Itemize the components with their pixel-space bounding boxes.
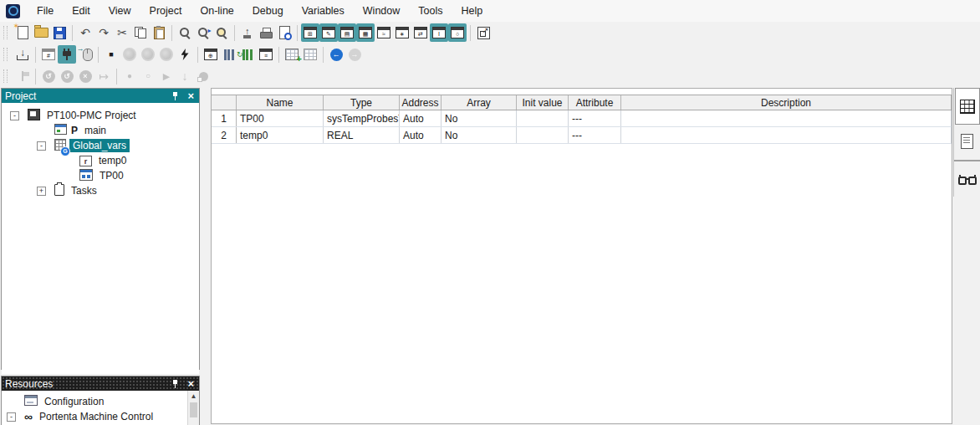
find-in-project-button[interactable] — [212, 23, 231, 42]
toggle-runtime-status-window-button[interactable]: ⇄ — [411, 23, 430, 42]
scroll-up-icon[interactable]: ▲ — [188, 391, 199, 402]
tree-item-tp00[interactable]: TP00 — [2, 168, 199, 183]
tree-item-label[interactable]: PT100-PMC Project — [43, 109, 140, 122]
download-code-button[interactable] — [176, 45, 194, 64]
save-project-button[interactable] — [50, 23, 69, 42]
print-button[interactable] — [257, 23, 275, 42]
cell-description[interactable] — [621, 110, 952, 126]
menu-debug[interactable]: Debug — [243, 5, 293, 17]
compile-button[interactable] — [13, 45, 32, 64]
toggle-workspace-window-button[interactable]: ⊞ — [301, 23, 319, 42]
menu-edit[interactable]: Edit — [63, 5, 100, 17]
tree-item-pt100-pmc-project[interactable]: -PT100-PMC Project — [2, 108, 199, 123]
close-icon[interactable]: × — [187, 90, 194, 101]
menu-tools[interactable]: Tools — [409, 5, 452, 17]
debug-mode-button[interactable] — [13, 67, 32, 85]
expand-icon[interactable]: + — [37, 187, 46, 196]
open-project-button[interactable] — [32, 23, 50, 42]
properties-view-button[interactable] — [956, 125, 979, 158]
step-instruction-button[interactable]: ↺ — [58, 67, 76, 85]
halt-button[interactable]: ■ — [102, 45, 120, 64]
parameters-window-button[interactable]: ≡ — [257, 45, 275, 64]
collapse-icon[interactable]: - — [37, 141, 46, 151]
clear-breakpoint-button[interactable]: ○ — [139, 67, 157, 85]
tree-item-label[interactable]: main — [81, 124, 110, 137]
online-setup-button[interactable] — [76, 45, 94, 64]
insert-watch-button[interactable] — [220, 45, 238, 64]
find-button[interactable] — [176, 23, 194, 42]
undo-button[interactable]: ↶ — [76, 23, 94, 42]
insert-record-button[interactable]: + — [283, 45, 301, 64]
toggle-operators-window-button[interactable]: ▦ — [356, 23, 375, 42]
hot-restart-button[interactable] — [157, 45, 176, 64]
close-icon[interactable]: × — [187, 378, 194, 389]
scrollbar-thumb[interactable] — [190, 402, 197, 417]
collapse-icon[interactable]: - — [7, 412, 16, 422]
navigate-backward-button[interactable]: ← — [327, 45, 345, 64]
resize-window-button[interactable] — [474, 23, 493, 42]
menu-file[interactable]: File — [28, 5, 63, 17]
menu-variables[interactable]: Variables — [293, 5, 354, 17]
online-values-window-button[interactable]: ⊕ — [202, 45, 220, 64]
toolbar-grip[interactable] — [3, 26, 8, 39]
warm-restart-button[interactable] — [139, 45, 157, 64]
cell-address[interactable]: Auto — [400, 127, 442, 143]
cell-array[interactable]: No — [442, 127, 517, 143]
toggle-cross-reference-window-button[interactable]: ○ — [448, 23, 467, 42]
toggle-library-window-button[interactable]: ▤ — [338, 23, 356, 42]
continue-debug-button[interactable]: ▶ — [157, 67, 176, 85]
cell-address[interactable]: Auto — [400, 110, 442, 126]
cell-description[interactable] — [621, 127, 952, 143]
live-debug-button[interactable] — [238, 45, 257, 64]
menu-window[interactable]: Window — [354, 5, 409, 17]
toggle-oscilloscope-window-button[interactable]: ∗ — [393, 23, 411, 42]
tree-item-tasks[interactable]: +Tasks — [2, 183, 199, 198]
tree-item-global-vars[interactable]: -GGlobal_vars — [2, 138, 199, 153]
copy-button[interactable] — [131, 23, 150, 42]
import-object-button[interactable] — [238, 23, 257, 42]
toolbar-grip[interactable] — [3, 69, 8, 83]
tree-item-label[interactable]: Tasks — [68, 184, 100, 197]
menu-help[interactable]: Help — [452, 5, 492, 17]
cell-type[interactable]: sysTempProbesType — [324, 110, 400, 126]
redo-button[interactable]: ↷ — [94, 23, 113, 42]
cell-type[interactable]: REAL — [324, 127, 400, 143]
tree-item-temp0[interactable]: rtemp0 — [2, 153, 199, 168]
new-project-button[interactable]: ✶ — [13, 23, 32, 42]
set-breakpoint-button[interactable]: ● — [120, 67, 139, 85]
grid-view-button[interactable] — [955, 88, 980, 125]
pin-icon[interactable] — [171, 379, 180, 389]
records-list-button[interactable] — [301, 45, 319, 64]
tree-item-label[interactable]: temp0 — [95, 154, 130, 167]
stop-debug-button[interactable] — [194, 67, 212, 85]
cell-array[interactable]: No — [442, 110, 517, 126]
paste-button[interactable] — [150, 23, 168, 42]
find-next-button[interactable]: ▸ — [194, 23, 212, 42]
step-down-button[interactable]: ↓ — [176, 67, 194, 85]
cut-button[interactable]: ✂ — [113, 23, 131, 42]
collapse-icon[interactable]: - — [10, 111, 19, 120]
tree-item-configuration[interactable]: Configuration — [2, 394, 199, 409]
tree-item-label[interactable]: Configuration — [41, 395, 107, 408]
cell-attribute[interactable]: --- — [569, 127, 621, 143]
toggle-watch-window-button[interactable]: ≈ — [375, 23, 393, 42]
tree-item-portenta-machine-control[interactable]: -∞Portenta Machine Control — [2, 409, 199, 424]
menu-project[interactable]: Project — [140, 5, 191, 17]
watch-view-button[interactable] — [956, 163, 979, 197]
tree-item-label[interactable]: TP00 — [96, 169, 127, 182]
tree-item-label[interactable]: Portenta Machine Control — [36, 410, 156, 423]
tree-item-label[interactable]: Global_vars — [69, 139, 130, 152]
toolbar-grip[interactable] — [3, 48, 8, 61]
menu-on-line[interactable]: On-line — [191, 5, 242, 17]
cell-init-value[interactable] — [517, 110, 569, 126]
cell-name[interactable]: temp0 — [237, 127, 324, 143]
cell-init-value[interactable] — [517, 127, 569, 143]
cell-attribute[interactable]: --- — [569, 110, 621, 126]
resources-scrollbar[interactable]: ▲ — [187, 391, 199, 425]
run-to-cursor-button[interactable]: ↦ — [94, 67, 113, 85]
toggle-properties-window-button[interactable]: ✎ — [319, 23, 338, 42]
toggle-output-window-button[interactable]: I — [430, 23, 448, 42]
cell-name[interactable]: TP00 — [237, 110, 324, 126]
tree-item-main[interactable]: Pmain — [2, 123, 199, 138]
simulation-mode-button[interactable]: # — [39, 45, 58, 64]
